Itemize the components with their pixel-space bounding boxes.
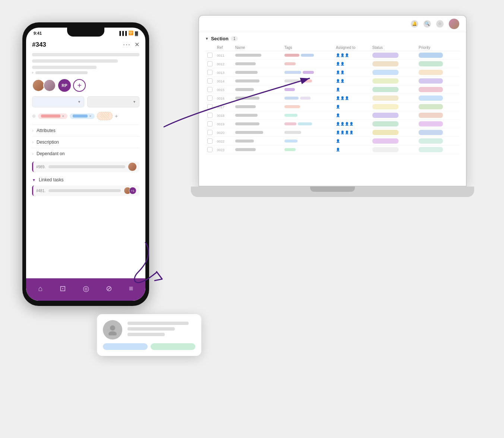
assignee-icon: 👤: [345, 131, 349, 134]
row-tags: [282, 146, 334, 154]
assignee-icon: 👤: [336, 105, 340, 109]
table-row[interactable]: 0018👤: [205, 111, 460, 120]
attributes-section[interactable]: › Attributes: [32, 125, 139, 136]
assignee-icon: 👤: [336, 131, 340, 134]
row-assignees: 👤: [334, 111, 370, 120]
add-assignee-button[interactable]: +: [73, 79, 86, 92]
nav-activity[interactable]: ◎: [83, 284, 89, 293]
row-name: [233, 103, 282, 111]
section-chevron-icon: ▼: [205, 37, 209, 41]
assignee-icon: 👤: [345, 53, 349, 57]
task-481-ref: #481.: [36, 189, 45, 193]
tag-bar: [284, 79, 299, 82]
battery-icon: ▓: [135, 31, 138, 35]
tag-remove-2[interactable]: ✕: [89, 115, 92, 118]
priority-dropdown[interactable]: ▼: [87, 96, 139, 107]
tag-bar: [284, 54, 299, 57]
table-row[interactable]: 0019👤👤👤👤: [205, 120, 460, 128]
profile-card-top: [103, 320, 195, 340]
nav-files[interactable]: ⊡: [60, 284, 66, 293]
row-status: [370, 111, 417, 120]
row-checkbox[interactable]: [207, 147, 212, 152]
row-checkbox[interactable]: [207, 104, 212, 109]
table-row[interactable]: 0017👤: [205, 103, 460, 111]
row-checkbox[interactable]: [207, 61, 212, 66]
section-header: ▼ Section 1: [205, 36, 460, 41]
row-checkbox[interactable]: [207, 113, 212, 118]
table-row[interactable]: 0016👤👤👤: [205, 94, 460, 103]
signal-icon: ▐▐▐: [118, 31, 127, 35]
status-dropdown[interactable]: ▼: [32, 96, 84, 107]
add-tag-button[interactable]: +: [115, 113, 118, 119]
table-row[interactable]: 0014👤👤: [205, 77, 460, 85]
content-bar-3: [32, 66, 97, 69]
nav-home[interactable]: ⌂: [38, 284, 43, 293]
table-row[interactable]: 0015👤: [205, 85, 460, 94]
row-checkbox-cell: [205, 94, 215, 103]
star-icon[interactable]: ☆: [436, 20, 444, 28]
assignee-icon: 👤: [340, 53, 344, 57]
row-tags: [282, 128, 334, 137]
table-row[interactable]: 0012👤👤: [205, 60, 460, 68]
assignee-icon: 👤: [336, 148, 340, 151]
table-row[interactable]: 0023👤: [205, 146, 460, 154]
tag-bar: [298, 122, 312, 125]
row-priority: [416, 77, 460, 85]
priority-bar: [419, 70, 443, 75]
profile-name-bar: [127, 322, 189, 325]
task-989[interactable]: #989.: [32, 162, 139, 172]
row-checkbox[interactable]: [207, 78, 212, 84]
status-bar: [372, 70, 399, 75]
row-tags: [282, 120, 334, 128]
row-checkbox[interactable]: [207, 96, 212, 101]
dependant-section[interactable]: › Dependant on: [32, 148, 139, 159]
ref-text: 0012: [217, 62, 224, 66]
linked-tasks-section[interactable]: ▼ Linked tasks: [32, 174, 139, 185]
row-priority: [416, 85, 460, 94]
assignee-icon: 👤: [345, 122, 349, 126]
name-bar: [235, 88, 254, 91]
task-481[interactable]: #481. +1: [32, 185, 139, 196]
name-bar: [235, 131, 263, 134]
row-priority: [416, 120, 460, 128]
table-row[interactable]: 0013👤👤: [205, 68, 460, 77]
row-checkbox[interactable]: [207, 138, 212, 144]
row-checkbox[interactable]: [207, 130, 212, 135]
profile-tags-row: [103, 343, 195, 350]
description-section[interactable]: › Description: [32, 136, 139, 148]
notification-icon[interactable]: 🔔: [411, 20, 418, 28]
row-ref: 0017: [215, 103, 233, 111]
assignee-icon: 👤: [340, 122, 344, 126]
row-checkbox[interactable]: [207, 121, 212, 126]
tag-remove-1[interactable]: ✕: [62, 115, 64, 118]
assignee-icon: 👤: [340, 62, 344, 66]
assignee-icon: 👤: [336, 122, 340, 126]
priority-bar: [419, 130, 443, 135]
assignee-icon: 👤: [336, 79, 340, 83]
row-checkbox[interactable]: [207, 70, 212, 75]
assignee-icon: 👤: [345, 96, 349, 100]
search-icon[interactable]: 🔍: [423, 20, 431, 28]
col-status: Status: [370, 44, 417, 51]
more-options-button[interactable]: ···: [123, 41, 131, 49]
row-checkbox[interactable]: [207, 87, 212, 92]
close-button[interactable]: ✕: [135, 41, 139, 48]
tags-row: ⊕ ✕ ✕ +: [32, 112, 139, 120]
row-status: [370, 120, 417, 128]
laptop-screen: 🔔 🔍 ☆ ▼ Section 1 Ref Name Tags Assig: [198, 15, 467, 187]
tag-icon: ⊕: [32, 113, 36, 119]
nav-search[interactable]: ⊘: [106, 284, 112, 293]
phone-navbar: ⌂ ⊡ ◎ ⊘ ≡: [26, 278, 145, 301]
table-row[interactable]: 0011👤👤👤: [205, 51, 460, 60]
status-bar: [372, 78, 399, 84]
user-avatar[interactable]: [449, 19, 459, 29]
description-label: Description: [37, 140, 59, 145]
row-checkbox[interactable]: [207, 53, 212, 58]
row-assignees: 👤👤👤👤: [334, 128, 370, 137]
nav-menu[interactable]: ≡: [129, 284, 133, 293]
tag-bar: [300, 97, 311, 100]
user-silhouette-icon: [107, 324, 118, 335]
row-assignees: 👤: [334, 137, 370, 146]
table-row[interactable]: 0020👤👤👤👤: [205, 128, 460, 137]
table-row[interactable]: 0022👤: [205, 137, 460, 146]
